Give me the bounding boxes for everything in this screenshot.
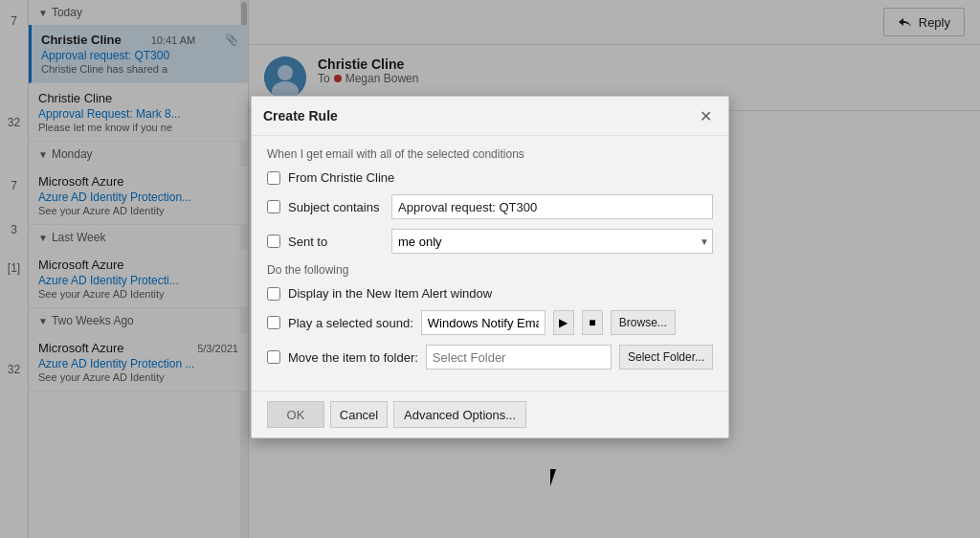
dialog-footer: OK Cancel Advanced Options... bbox=[252, 391, 728, 437]
sentto-checkbox[interactable] bbox=[267, 235, 280, 248]
sound-name-input[interactable] bbox=[421, 310, 546, 335]
create-rule-dialog: Create Rule ✕ When I get email with all … bbox=[251, 96, 729, 438]
ok-button[interactable]: OK bbox=[267, 401, 324, 428]
advanced-options-button[interactable]: Advanced Options... bbox=[393, 401, 526, 428]
subject-checkbox[interactable] bbox=[267, 200, 280, 213]
dialog-titlebar: Create Rule ✕ bbox=[252, 97, 728, 136]
action-sound: Play a selected sound: ▶ ■ Browse... bbox=[267, 310, 713, 335]
folder-label: Move the item to folder: bbox=[288, 350, 418, 365]
sound-label: Play a selected sound: bbox=[288, 316, 413, 330]
close-button[interactable]: ✕ bbox=[694, 104, 717, 127]
action-display: Display in the New Item Alert window bbox=[267, 286, 713, 301]
folder-input[interactable] bbox=[426, 345, 612, 370]
sentto-label: Sent to bbox=[288, 235, 384, 249]
condition-sentto: Sent to me only me or others ▼ bbox=[267, 229, 713, 254]
sound-stop-button[interactable]: ■ bbox=[582, 310, 603, 335]
dialog-body: When I get email with all of the selecte… bbox=[252, 136, 728, 391]
sound-play-button[interactable]: ▶ bbox=[553, 310, 574, 335]
action-folder: Move the item to folder: Select Folder..… bbox=[267, 345, 713, 370]
subject-input[interactable] bbox=[391, 194, 713, 219]
dialog-title: Create Rule bbox=[263, 108, 338, 123]
sentto-select-wrapper: me only me or others ▼ bbox=[391, 229, 713, 254]
subject-label: Subject contains bbox=[288, 200, 384, 214]
sound-checkbox[interactable] bbox=[267, 316, 280, 329]
sentto-select[interactable]: me only me or others bbox=[391, 229, 713, 254]
condition-from: From Christie Cline bbox=[267, 170, 713, 185]
select-folder-button[interactable]: Select Folder... bbox=[619, 345, 713, 370]
display-label: Display in the New Item Alert window bbox=[288, 286, 492, 301]
action-header: Do the following bbox=[267, 263, 713, 277]
condition-header: When I get email with all of the selecte… bbox=[267, 147, 713, 161]
condition-subject: Subject contains bbox=[267, 194, 713, 219]
folder-checkbox[interactable] bbox=[267, 350, 280, 364]
modal-overlay: Create Rule ✕ When I get email with all … bbox=[0, 0, 980, 538]
browse-button[interactable]: Browse... bbox=[611, 310, 676, 335]
display-checkbox[interactable] bbox=[267, 287, 280, 301]
from-label: From Christie Cline bbox=[288, 170, 394, 185]
from-checkbox[interactable] bbox=[267, 171, 280, 185]
cancel-button[interactable]: Cancel bbox=[330, 401, 388, 428]
